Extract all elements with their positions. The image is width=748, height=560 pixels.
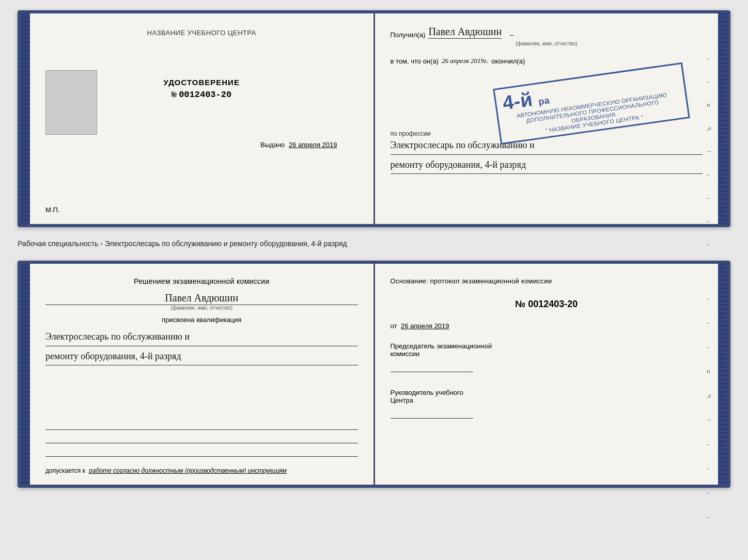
qualification-name: Электрослесарь по обслуживанию и ремонту…	[45, 329, 358, 367]
qualification-line2: ремонту оборудования, 4-й разряд	[45, 348, 358, 366]
completion-date: 26 апреля 2019г.	[442, 57, 488, 65]
assigned-label: присвоена квалификация	[45, 316, 358, 324]
recipient-name: Павел Авдюшин	[428, 26, 502, 39]
director-title1: Руководитель учебного	[391, 389, 703, 396]
issued-date: 26 апреля 2019	[289, 141, 337, 149]
admit-text: допускается к работе согласно должностны…	[45, 467, 358, 474]
card-spine-right	[718, 13, 727, 224]
profession-line2: ремонту оборудования, 4-й разряд	[391, 157, 703, 174]
top-card-left-panel: НАЗВАНИЕ УЧЕБНОГО ЦЕНТРА УДОСТОВЕРЕНИЕ №…	[30, 13, 375, 224]
director-signature-line	[391, 408, 473, 419]
separator-text: Рабочая специальность - Электрослесарь п…	[18, 236, 730, 251]
admit-prefix: допускается к	[45, 467, 85, 474]
sig-line-3	[45, 446, 358, 457]
chairman-section: Председатель экзаменационной комиссии	[391, 342, 703, 376]
qualification-line1: Электрослесарь по обслуживанию и	[45, 329, 358, 346]
director-title2: Центра	[391, 396, 703, 404]
name-sublabel-text: (фамилия, имя, отчество)	[391, 41, 703, 46]
bottom-card-spine-right	[718, 264, 727, 485]
right-col-items: Основание: протокол экзаменационной коми…	[391, 276, 703, 423]
bottom-person-section: Павел Авдюшин (фамилия, имя, отчество)	[45, 292, 358, 311]
finished-label: окончил(а)	[491, 57, 525, 65]
cert-number-prefix: №	[172, 90, 177, 100]
protocol-date: 26 апреля 2019	[401, 322, 449, 330]
director-section: Руководитель учебного Центра	[391, 389, 703, 423]
date-prefix: от	[391, 322, 397, 330]
received-line: Получил(а) Павел Авдюшин –	[391, 26, 703, 39]
side-dashes: – – и ,а ← – – – –	[707, 55, 713, 248]
bottom-card-spine-left	[21, 264, 30, 485]
protocol-date-line: от 26 апреля 2019	[391, 322, 703, 330]
decision-title: Решением экзаменационной комиссии	[45, 276, 358, 287]
top-card-right-panel: Получил(а) Павел Авдюшин – (фамилия, имя…	[375, 13, 719, 224]
mp-label: М.П.	[45, 206, 59, 214]
basis-label: Основание: протокол экзаменационной коми…	[391, 276, 703, 286]
certificate-number: № 0012403-20	[172, 90, 231, 100]
profession-line1: Электрослесарь по обслуживанию и	[391, 137, 703, 155]
bottom-certificate-card: Решением экзаменационной комиссии Павел …	[18, 261, 730, 488]
sig-line-1	[45, 420, 358, 430]
chairman-signature-line	[391, 362, 473, 372]
bottom-name-sublabel: (фамилия, имя, отчество)	[45, 305, 358, 311]
issued-label: Выдано	[260, 141, 285, 149]
chairman-title2: комиссии	[391, 350, 703, 358]
received-prefix: Получил(а)	[391, 31, 426, 39]
name-sublabel-top: (фамилия, имя, отчество)	[391, 41, 703, 46]
training-center-title: НАЗВАНИЕ УЧЕБНОГО ЦЕНТРА	[147, 29, 256, 37]
protocol-prefix: №	[515, 299, 525, 309]
bottom-side-dashes: – – – и ,а ← – – – –	[707, 295, 713, 521]
protocol-number: № 0012403-20	[391, 299, 703, 310]
bottom-person-name: Павел Авдюшин	[45, 292, 358, 305]
profession-name: Электрослесарь по обслуживанию и ремонту…	[391, 137, 703, 174]
card-spine-left	[21, 13, 30, 224]
issued-date-line: Выдано 26 апреля 2019	[260, 141, 337, 149]
protocol-number-value: 0012403-20	[528, 299, 578, 309]
bottom-card-right-panel: Основание: протокол экзаменационной коми…	[375, 264, 719, 485]
cert-number-value: 0012403-20	[179, 90, 231, 100]
chairman-title1: Председатель экзаменационной	[391, 342, 703, 350]
admit-italic: работе согласно должностным (производств…	[89, 467, 287, 474]
certificate-label: УДОСТОВЕРЕНИЕ	[164, 78, 240, 87]
in-fact-line: в том, что он(а) 26 апреля 2019г. окончи…	[391, 57, 703, 65]
bottom-card-left-panel: Решением экзаменационной комиссии Павел …	[30, 264, 375, 485]
top-certificate-card: НАЗВАНИЕ УЧЕБНОГО ЦЕНТРА УДОСТОВЕРЕНИЕ №…	[18, 10, 730, 227]
in-fact-prefix: в том, что он(а)	[391, 57, 439, 65]
sig-line-2	[45, 433, 358, 443]
signature-lines-bottom	[45, 420, 358, 457]
photo-placeholder	[45, 70, 97, 135]
